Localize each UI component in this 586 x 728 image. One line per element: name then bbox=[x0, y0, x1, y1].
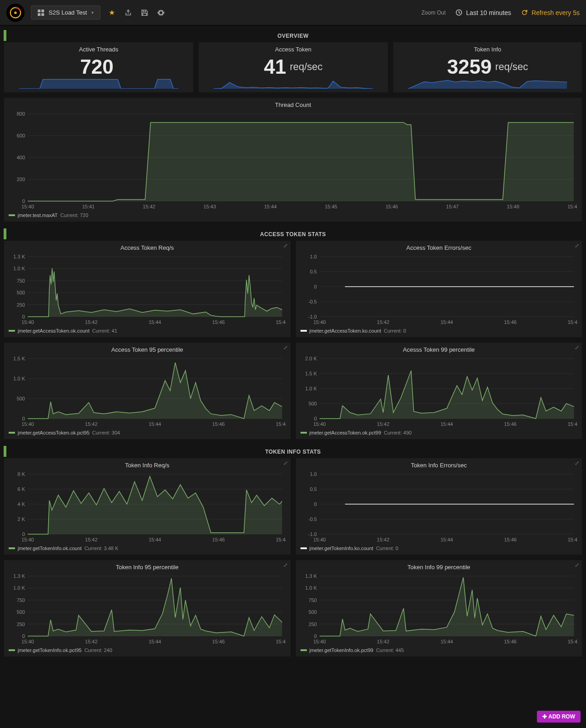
panel-menu-icon[interactable]: ⤢ bbox=[283, 460, 288, 466]
clock-icon bbox=[456, 9, 462, 16]
refresh-picker[interactable]: Refresh every 5s bbox=[521, 9, 580, 16]
svg-text:0: 0 bbox=[22, 198, 25, 204]
svg-text:400: 400 bbox=[17, 155, 25, 160]
panel-access-token-rate[interactable]: Access Token 41 req/sec bbox=[198, 42, 388, 93]
svg-text:15:44: 15:44 bbox=[149, 319, 161, 325]
legend-current-value: 0 bbox=[396, 546, 398, 551]
panel-at-err[interactable]: ⤢ Access Token Errors/sec -1.0-0.500.51.… bbox=[296, 240, 583, 338]
panel-title: Token Info Errors/sec bbox=[301, 462, 578, 469]
panel-at-p99[interactable]: ⤢ Acesss Token 99 percentile 05001.0 K1.… bbox=[296, 342, 583, 440]
panel-token-info-rate[interactable]: Token Info 3259 req/sec bbox=[393, 42, 582, 93]
svg-text:15:46: 15:46 bbox=[504, 319, 516, 325]
svg-text:0: 0 bbox=[22, 633, 25, 639]
svg-text:0: 0 bbox=[314, 416, 316, 421]
legend-current-label: Current: bbox=[384, 430, 402, 435]
svg-text:15:44: 15:44 bbox=[264, 204, 277, 209]
svg-text:0: 0 bbox=[314, 633, 316, 639]
panel-ti-p95[interactable]: ⤢ Token Info 95 percentile 02505007501.0… bbox=[4, 560, 291, 657]
row-title: ACCESS TOKEN STATS bbox=[260, 231, 326, 238]
svg-text:15:40: 15:40 bbox=[313, 537, 326, 542]
svg-text:15:48: 15:48 bbox=[276, 537, 286, 542]
legend-current-value: 445 bbox=[396, 647, 404, 653]
svg-text:0: 0 bbox=[22, 416, 25, 421]
legend-current-label: Current: bbox=[384, 328, 402, 334]
legend-swatch bbox=[9, 547, 15, 549]
panel-at-p95[interactable]: ⤢ Access Token 95 percentile 05001.0 K1.… bbox=[4, 342, 291, 440]
gear-icon[interactable] bbox=[156, 8, 166, 18]
panel-menu-icon[interactable]: ⤢ bbox=[283, 344, 288, 351]
svg-text:1.0 K: 1.0 K bbox=[13, 266, 25, 271]
legend-current-value: 720 bbox=[80, 212, 88, 218]
panel-menu-icon[interactable]: ⤢ bbox=[575, 562, 579, 568]
svg-text:15:42: 15:42 bbox=[85, 421, 98, 427]
panel-menu-icon[interactable]: ⤢ bbox=[283, 562, 288, 568]
grafana-logo[interactable] bbox=[6, 4, 25, 22]
star-icon[interactable]: ★ bbox=[107, 8, 117, 18]
svg-text:15:46: 15:46 bbox=[212, 319, 225, 325]
svg-text:15:40: 15:40 bbox=[313, 319, 326, 325]
svg-text:800: 800 bbox=[17, 111, 25, 116]
panel-active-threads[interactable]: Active Threads 720 bbox=[4, 42, 194, 93]
svg-text:15:48: 15:48 bbox=[567, 319, 577, 325]
svg-text:15:48: 15:48 bbox=[567, 639, 577, 644]
row-drag-handle[interactable] bbox=[4, 446, 6, 457]
panel-at-req[interactable]: ⤢ Access Token Req/s 02505007501.0 K1.3 … bbox=[4, 240, 291, 338]
panel-menu-icon[interactable]: ⤢ bbox=[575, 344, 579, 351]
dashboard-name: S2S Load Test bbox=[49, 9, 87, 16]
chart: 02505007501.0 K1.3 K15:4015:4215:4415:46… bbox=[9, 573, 286, 646]
svg-text:1.5 K: 1.5 K bbox=[13, 356, 25, 361]
legend: jmeter.getTokenInfo.ok.pct95Current: 240 bbox=[9, 647, 286, 653]
panel-title: Access Token 95 percentile bbox=[9, 346, 286, 353]
panel-menu-icon[interactable]: ⤢ bbox=[575, 243, 579, 249]
legend: jmeter.getTokenInfo.ok.countCurrent: 3.4… bbox=[9, 546, 286, 551]
legend-series: jmeter.getAccessToken.ko.count bbox=[310, 328, 381, 334]
time-range-picker[interactable]: Last 10 minutes bbox=[456, 9, 511, 16]
svg-text:500: 500 bbox=[17, 396, 25, 401]
svg-text:15:48: 15:48 bbox=[276, 639, 286, 644]
panel-ti-req[interactable]: ⤢ Token Info Req/s 02 K4 K6 K8 K15:4015:… bbox=[4, 458, 291, 555]
svg-text:500: 500 bbox=[308, 609, 316, 615]
svg-text:1.0: 1.0 bbox=[310, 471, 316, 477]
legend: jmeter.getAccessToken.ko.countCurrent: 0 bbox=[301, 328, 578, 334]
sparkline bbox=[9, 78, 189, 89]
svg-text:15:42: 15:42 bbox=[143, 204, 155, 209]
legend-current-label: Current: bbox=[60, 212, 79, 218]
svg-text:500: 500 bbox=[17, 609, 25, 615]
panel-menu-icon[interactable]: ⤢ bbox=[283, 243, 288, 249]
svg-text:15:48: 15:48 bbox=[276, 319, 286, 325]
share-icon[interactable] bbox=[123, 8, 133, 18]
svg-text:250: 250 bbox=[17, 622, 25, 627]
chart: 02505007501.0 K1.3 K15:4015:4215:4415:46… bbox=[9, 254, 286, 327]
svg-text:15:43: 15:43 bbox=[204, 204, 216, 209]
legend-series: jmeter.getTokenInfo.ok.pct95 bbox=[18, 647, 82, 653]
svg-text:0: 0 bbox=[22, 314, 25, 319]
svg-text:15:40: 15:40 bbox=[21, 204, 34, 209]
zoom-out-button[interactable]: Zoom Out bbox=[421, 10, 446, 16]
legend-series: jmeter.getAccessToken.ok.pct95 bbox=[18, 430, 90, 435]
svg-text:2 K: 2 K bbox=[17, 516, 25, 522]
svg-text:15:47: 15:47 bbox=[446, 204, 459, 209]
svg-text:8 K: 8 K bbox=[17, 471, 25, 477]
legend: jmeter.getAccessToken.ok.pct99Current: 4… bbox=[301, 430, 578, 435]
legend-current-value: 490 bbox=[403, 430, 411, 435]
row-title: OVERVIEW bbox=[277, 33, 308, 39]
refresh-icon bbox=[521, 9, 528, 16]
save-icon[interactable] bbox=[140, 8, 150, 18]
row-drag-handle[interactable] bbox=[4, 30, 6, 41]
svg-text:750: 750 bbox=[308, 597, 316, 603]
row-drag-handle[interactable] bbox=[4, 228, 6, 239]
dashboard-picker[interactable]: S2S Load Test ▾ bbox=[31, 5, 100, 20]
legend-current-label: Current: bbox=[92, 430, 110, 435]
svg-text:1.5 K: 1.5 K bbox=[305, 371, 317, 376]
panel-ti-err[interactable]: ⤢ Token Info Errors/sec -1.0-0.500.51.01… bbox=[296, 458, 583, 555]
svg-text:15:44: 15:44 bbox=[440, 421, 453, 427]
chart: 05001.0 K1.5 K15:4015:4215:4415:4615:48 bbox=[9, 356, 286, 429]
svg-text:1.3 K: 1.3 K bbox=[13, 573, 25, 579]
svg-text:15:40: 15:40 bbox=[21, 639, 34, 644]
overview-stats-row: Active Threads 720 Access Token 41 req/s… bbox=[4, 42, 582, 93]
panel-title: Access Token bbox=[203, 46, 383, 53]
panel-menu-icon[interactable]: ⤢ bbox=[575, 460, 579, 466]
svg-text:-0.5: -0.5 bbox=[308, 516, 317, 522]
panel-thread-count[interactable]: Thread Count 020040060080015:4015:4115:4… bbox=[4, 97, 582, 222]
panel-ti-p99[interactable]: ⤢ Token Info 99 percentile 02505007501.0… bbox=[296, 560, 583, 657]
